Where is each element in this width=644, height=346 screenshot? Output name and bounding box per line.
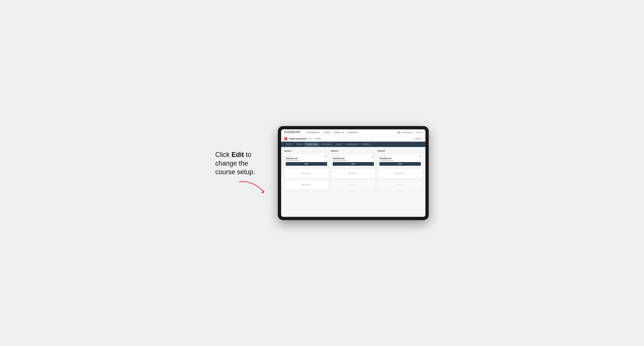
plus-icon: + (358, 172, 358, 174)
plus-icon: + (310, 172, 312, 174)
round-2-course-name: Peachtree GC (333, 158, 374, 160)
page-wrapper: Click Edit to change the course setup. S… (7, 126, 637, 220)
plus-icon: + (404, 183, 405, 186)
annotation-bold: Edit (232, 151, 244, 158)
nav-rankings[interactable]: RANKINGS (348, 132, 358, 134)
round-3-course-tee: Yellow (M) (6629 yds) (380, 160, 421, 161)
tab-results[interactable]: Results (334, 142, 344, 147)
top-nav: SCOREBOARD Powered by clippd TOURNAMENTS… (281, 129, 426, 136)
sub-header: C Clippd Invitational (Men) Hosting Canc… (281, 136, 426, 142)
round-1-course-name: Peachtree GC (286, 158, 327, 160)
tab-printables[interactable]: Printables (360, 142, 372, 147)
brand-name: SCOREBOARD (284, 131, 300, 133)
round-3-add-course-2: Add Course + (378, 180, 422, 190)
clippd-logo: C (284, 137, 288, 140)
round-3-add-course-1[interactable]: Add Course + (378, 169, 422, 178)
round-3-delete-button[interactable]: ✕ (418, 155, 421, 158)
round-1-course-card: Course A Peachtree GC Yellow (M) (6629 y… (284, 154, 329, 168)
sign-out-link[interactable]: Sign out (416, 132, 422, 133)
plus-icon: + (404, 172, 405, 174)
tabs-bar: Details Teams Course Setup Tee Groups Re… (281, 142, 426, 147)
round-1-label: Round 1 (284, 150, 329, 152)
rounds-grid: Round 1 Course A Peachtree GC Yellow (M)… (284, 150, 422, 190)
round-2-add-course-2: Add Course + (331, 180, 376, 190)
round-3-course-type: Course A (380, 156, 421, 157)
round-1-course-tee: Yellow (M) (6629 yds) (286, 160, 327, 161)
nav-links: TOURNAMENTS TEAMS COMMITTEE RANKINGS (306, 132, 394, 134)
brand: SCOREBOARD Powered by clippd (284, 131, 300, 134)
round-3-course-card: Course A Peachtree GC Yellow (M) (6629 y… (378, 154, 422, 168)
round-1-add-course-2[interactable]: Add Course + (284, 180, 329, 190)
round-1-edit-button[interactable]: Edit (286, 162, 327, 166)
round-3-column: Round 3 Course A Peachtree GC Yellow (M)… (378, 150, 422, 190)
nav-tournaments[interactable]: TOURNAMENTS (306, 132, 320, 134)
tab-teams[interactable]: Teams (294, 142, 304, 147)
round-3-label: Round 3 (378, 150, 422, 152)
round-1-delete-button[interactable]: ✕ (324, 155, 328, 158)
tablet-frame: SCOREBOARD Powered by clippd TOURNAMENTS… (278, 126, 429, 220)
nav-teams[interactable]: TEAMS (324, 132, 330, 134)
tab-leaderboards[interactable]: Leaderboards (344, 142, 360, 147)
round-2-column: Round 2 Course A Peachtree GC Yellow (M)… (331, 150, 376, 190)
tournament-name: Clippd Invitational (289, 138, 306, 140)
hosting-badge: Hosting (315, 138, 322, 140)
round-3-edit-button[interactable]: Edit (380, 162, 421, 166)
plus-icon: + (310, 183, 312, 186)
tab-details[interactable]: Details (284, 142, 294, 147)
round-1-add-course-1[interactable]: Add Course + (284, 169, 329, 178)
tab-course-setup[interactable]: Course Setup (304, 142, 320, 147)
round-3-course-name: Peachtree GC (380, 158, 421, 160)
round-2-label: Round 2 (331, 150, 376, 152)
user-area: blair@clippd.io | Sign out (397, 131, 422, 134)
cancel-button[interactable]: Cancel ✕ (415, 138, 422, 140)
round-2-course-type: Course A (333, 156, 374, 157)
round-2-add-course-1[interactable]: Add Course + (331, 169, 376, 178)
round-2-edit-button[interactable]: Edit (333, 162, 374, 166)
tournament-gender: (Men) (308, 138, 313, 140)
round-1-column: Round 1 Course A Peachtree GC Yellow (M)… (284, 150, 329, 190)
nav-committee[interactable]: COMMITTEE (333, 132, 345, 134)
round-2-course-card: Course A Peachtree GC Yellow (M) (6629 y… (331, 154, 376, 168)
nav-separator: | (414, 132, 415, 133)
tablet-screen: SCOREBOARD Powered by clippd TOURNAMENTS… (281, 129, 426, 217)
round-2-course-tee: Yellow (M) (6629 yds) (333, 160, 374, 161)
content-area: Round 1 Course A Peachtree GC Yellow (M)… (281, 147, 426, 217)
tournament-title: C Clippd Invitational (Men) Hosting (284, 137, 322, 140)
user-email: blair@clippd.io (402, 132, 413, 133)
annotation-section: Click Edit to change the course setup. (215, 151, 267, 195)
arrow-annotation (237, 180, 267, 195)
brand-sub: Powered by clippd (284, 133, 300, 134)
tab-tee-groups[interactable]: Tee Groups (320, 142, 334, 147)
user-avatar (397, 131, 400, 134)
annotation-text: Click Edit to change the course setup. (215, 151, 267, 176)
plus-icon: + (358, 183, 358, 186)
round-1-course-type: Course A (286, 156, 327, 157)
round-2-delete-button[interactable]: ✕ (371, 155, 374, 158)
